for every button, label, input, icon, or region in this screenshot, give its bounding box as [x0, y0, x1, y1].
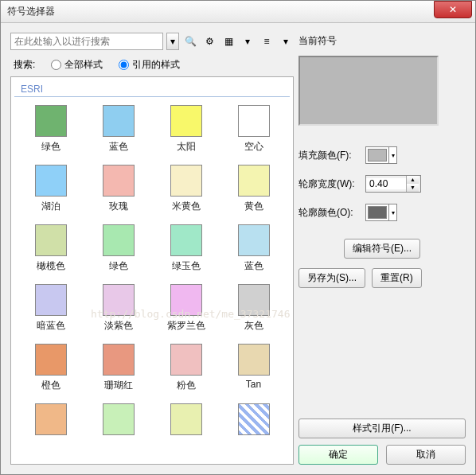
- swatch-item[interactable]: 暗蓝色: [18, 281, 84, 336]
- spinner-down-icon[interactable]: ▼: [407, 184, 419, 192]
- swatch-color: [35, 105, 67, 137]
- reset-button[interactable]: 重置(R): [372, 268, 422, 288]
- swatch-color: [103, 344, 135, 376]
- outline-color-picker[interactable]: ▾: [365, 204, 397, 221]
- puzzle-icon[interactable]: ⚙: [201, 33, 217, 49]
- swatch-label: 玫瑰: [109, 200, 128, 213]
- bottom-buttons: 样式引用(F)... 确定 取消: [298, 419, 466, 465]
- swatch-label: 蓝色: [244, 259, 263, 273]
- swatch-item[interactable]: 紫罗兰色: [153, 281, 219, 336]
- swatch-item[interactable]: 珊瑚红: [85, 341, 151, 395]
- swatch-color: [238, 284, 270, 316]
- swatch-item[interactable]: 玫瑰: [85, 162, 151, 216]
- swatch-item[interactable]: [85, 400, 151, 442]
- radio-all-label: 全部样式: [64, 58, 103, 72]
- swatch-color: [170, 403, 202, 435]
- search-input[interactable]: [10, 33, 163, 50]
- swatch-color: [103, 403, 135, 435]
- view-grid-icon[interactable]: ▦: [220, 33, 236, 49]
- swatch-item[interactable]: [18, 400, 84, 442]
- swatch-label: 淡紫色: [104, 319, 133, 333]
- swatch-label: 绿色: [41, 140, 60, 154]
- swatch-item[interactable]: 绿色: [18, 102, 84, 157]
- radio-all-styles[interactable]: 全部样式: [51, 58, 103, 72]
- fill-color-dropdown-icon: ▾: [388, 147, 396, 163]
- outline-width-spinner[interactable]: ▲ ▼: [365, 175, 421, 193]
- swatch-item[interactable]: 灰色: [220, 281, 287, 336]
- swatch-color: [238, 105, 270, 137]
- fill-color-label: 填充颜色(F):: [298, 149, 361, 162]
- fill-color-swatch: [368, 149, 387, 162]
- radio-ref-input[interactable]: [119, 60, 129, 70]
- radio-all-input[interactable]: [51, 60, 61, 70]
- ok-button[interactable]: 确定: [298, 445, 378, 465]
- search-label: 搜索:: [14, 58, 35, 72]
- outline-color-label: 轮廓颜色(O):: [298, 206, 361, 220]
- swatch-color: [103, 284, 135, 316]
- swatch-grid: 绿色蓝色太阳空心湖泊玫瑰米黄色黄色橄榄色绿色绿玉色蓝色暗蓝色淡紫色紫罗兰色灰色橙…: [14, 102, 290, 442]
- swatch-color: [170, 105, 202, 137]
- menu-dropdown-icon[interactable]: ▾: [278, 33, 294, 49]
- swatch-label: 绿玉色: [172, 259, 201, 273]
- swatch-item[interactable]: [153, 400, 219, 442]
- chevron-down-icon: ▾: [170, 36, 175, 47]
- current-symbol-label: 当前符号: [298, 34, 466, 48]
- swatch-item[interactable]: 橄榄色: [18, 221, 84, 276]
- swatch-item[interactable]: 绿玉色: [153, 221, 219, 276]
- save-as-button[interactable]: 另存为(S)...: [298, 268, 365, 288]
- menu-icon[interactable]: ≡: [259, 33, 275, 49]
- swatch-label: 空心: [244, 140, 263, 154]
- swatch-item[interactable]: 空心: [220, 102, 287, 157]
- swatch-label: 太阳: [177, 140, 196, 154]
- filter-row: 搜索: 全部样式 引用的样式: [10, 58, 294, 72]
- swatch-color: [170, 165, 202, 197]
- swatch-color: [238, 403, 270, 435]
- swatch-label: 暗蓝色: [37, 319, 65, 333]
- cancel-button[interactable]: 取消: [386, 445, 466, 465]
- swatch-color: [238, 344, 270, 376]
- swatch-color: [170, 344, 202, 376]
- swatch-label: 蓝色: [109, 140, 128, 154]
- spinner-up-icon[interactable]: ▲: [407, 176, 419, 184]
- swatch-item[interactable]: 湖泊: [18, 162, 84, 216]
- swatch-color: [103, 105, 135, 137]
- symbol-selector-window: 符号选择器 ✕ ▾ 🔍 ⚙ ▦ ▾ ≡ ▾ 搜索: 全部样式: [0, 0, 476, 475]
- swatch-item[interactable]: 淡紫色: [85, 281, 151, 336]
- symbol-grid-container[interactable]: ESRI 绿色蓝色太阳空心湖泊玫瑰米黄色黄色橄榄色绿色绿玉色蓝色暗蓝色淡紫色紫罗…: [10, 76, 294, 465]
- swatch-label: 珊瑚红: [104, 379, 133, 392]
- fill-color-row: 填充颜色(F): ▾: [298, 146, 466, 164]
- swatch-label: 绿色: [109, 259, 128, 273]
- swatch-label: 橄榄色: [37, 259, 65, 273]
- swatch-label: 橙色: [41, 379, 60, 392]
- style-references-button[interactable]: 样式引用(F)...: [298, 419, 466, 438]
- swatch-item[interactable]: 绿色: [85, 221, 151, 276]
- swatch-item[interactable]: 蓝色: [85, 102, 151, 157]
- view-dropdown-icon[interactable]: ▾: [240, 33, 256, 49]
- swatch-color: [170, 284, 202, 316]
- fill-color-picker[interactable]: ▾: [365, 146, 397, 164]
- swatch-color: [35, 224, 67, 256]
- swatch-item[interactable]: 米黄色: [153, 162, 219, 216]
- search-dropdown[interactable]: ▾: [166, 33, 179, 50]
- left-panel: ▾ 🔍 ⚙ ▦ ▾ ≡ ▾ 搜索: 全部样式 引用的样式: [10, 33, 294, 465]
- close-button[interactable]: ✕: [434, 1, 472, 18]
- radio-referenced-styles[interactable]: 引用的样式: [119, 58, 180, 72]
- radio-ref-label: 引用的样式: [132, 58, 180, 72]
- outline-width-input[interactable]: [366, 178, 406, 189]
- swatch-item[interactable]: 橙色: [18, 341, 84, 395]
- outline-width-row: 轮廓宽度(W): ▲ ▼: [298, 175, 466, 193]
- zoom-icon[interactable]: 🔍: [182, 33, 198, 49]
- swatch-item[interactable]: 粉色: [153, 341, 219, 395]
- right-panel: 当前符号 填充颜色(F): ▾ 轮廓宽度(W): ▲ ▼: [298, 33, 466, 465]
- window-title: 符号选择器: [7, 5, 55, 18]
- swatch-item[interactable]: 黄色: [220, 162, 287, 216]
- swatch-label: Tan: [246, 379, 261, 390]
- swatch-item[interactable]: 蓝色: [220, 221, 287, 276]
- swatch-item[interactable]: Tan: [220, 341, 287, 395]
- swatch-item[interactable]: [220, 400, 287, 442]
- swatch-item[interactable]: 太阳: [153, 102, 219, 157]
- edit-symbol-button[interactable]: 编辑符号(E)...: [344, 239, 420, 259]
- swatch-label: 紫罗兰色: [167, 319, 205, 333]
- swatch-label: 黄色: [244, 200, 263, 213]
- swatch-color: [103, 224, 135, 256]
